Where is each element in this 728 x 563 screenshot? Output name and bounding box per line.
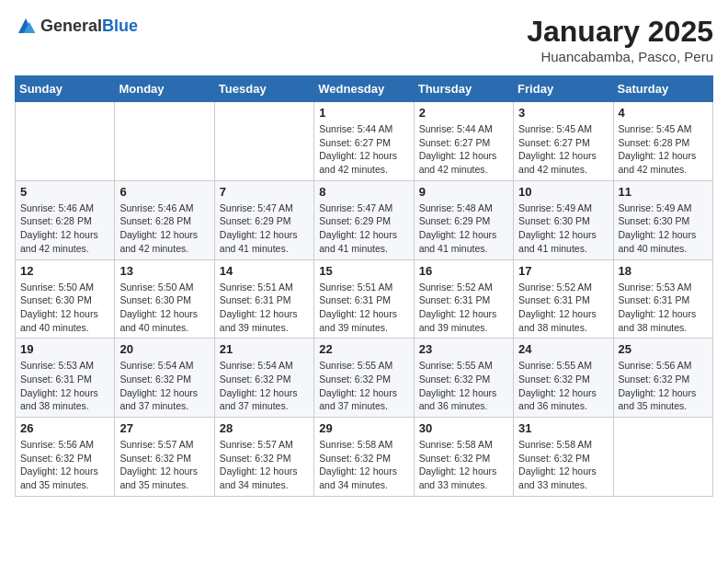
calendar-cell: 31Sunrise: 5:58 AMSunset: 6:32 PMDayligh… xyxy=(514,418,613,497)
day-info: Sunrise: 5:52 AMSunset: 6:31 PMDaylight:… xyxy=(419,281,508,335)
day-info: Sunrise: 5:53 AMSunset: 6:31 PMDaylight:… xyxy=(619,281,708,335)
calendar-subtitle: Huancabamba, Pasco, Peru xyxy=(527,49,713,64)
calendar-cell: 3Sunrise: 5:45 AMSunset: 6:27 PMDaylight… xyxy=(514,102,613,181)
logo-blue: Blue xyxy=(102,17,138,35)
day-number: 31 xyxy=(518,421,608,435)
day-number: 23 xyxy=(419,342,508,356)
calendar-cell: 27Sunrise: 5:57 AMSunset: 6:32 PMDayligh… xyxy=(115,418,214,497)
day-number: 12 xyxy=(20,264,109,278)
day-info: Sunrise: 5:58 AMSunset: 6:32 PMDaylight:… xyxy=(518,438,608,492)
calendar-week-row: 5Sunrise: 5:46 AMSunset: 6:28 PMDaylight… xyxy=(16,180,713,259)
day-number: 26 xyxy=(20,421,109,435)
calendar-cell: 29Sunrise: 5:58 AMSunset: 6:32 PMDayligh… xyxy=(314,418,414,497)
day-number: 9 xyxy=(419,185,508,199)
calendar-cell xyxy=(613,418,712,497)
calendar-cell: 21Sunrise: 5:54 AMSunset: 6:32 PMDayligh… xyxy=(214,339,313,418)
day-number: 27 xyxy=(119,421,209,435)
day-number: 15 xyxy=(319,264,408,278)
calendar-cell: 22Sunrise: 5:55 AMSunset: 6:32 PMDayligh… xyxy=(314,339,414,418)
calendar-cell xyxy=(115,102,214,181)
calendar-cell: 13Sunrise: 5:50 AMSunset: 6:30 PMDayligh… xyxy=(115,259,214,339)
day-info: Sunrise: 5:57 AMSunset: 6:32 PMDaylight:… xyxy=(220,438,309,492)
calendar-cell: 16Sunrise: 5:52 AMSunset: 6:31 PMDayligh… xyxy=(414,259,513,339)
day-info: Sunrise: 5:50 AMSunset: 6:30 PMDaylight:… xyxy=(119,281,209,335)
weekday-header: Tuesday xyxy=(214,76,313,102)
logo-general: General xyxy=(40,17,102,35)
calendar-cell: 10Sunrise: 5:49 AMSunset: 6:30 PMDayligh… xyxy=(514,180,613,259)
calendar-week-row: 26Sunrise: 5:56 AMSunset: 6:32 PMDayligh… xyxy=(16,418,713,497)
logo: GeneralBlue xyxy=(15,15,138,37)
day-info: Sunrise: 5:46 AMSunset: 6:28 PMDaylight:… xyxy=(20,201,109,256)
calendar-cell: 18Sunrise: 5:53 AMSunset: 6:31 PMDayligh… xyxy=(613,259,712,339)
day-info: Sunrise: 5:57 AMSunset: 6:32 PMDaylight:… xyxy=(119,438,209,492)
calendar-cell: 17Sunrise: 5:52 AMSunset: 6:31 PMDayligh… xyxy=(514,259,613,339)
day-number: 19 xyxy=(20,342,109,356)
day-info: Sunrise: 5:54 AMSunset: 6:32 PMDaylight:… xyxy=(220,359,309,413)
day-info: Sunrise: 5:45 AMSunset: 6:28 PMDaylight:… xyxy=(619,122,708,177)
day-info: Sunrise: 5:58 AMSunset: 6:32 PMDaylight:… xyxy=(319,438,408,492)
day-info: Sunrise: 5:52 AMSunset: 6:31 PMDaylight:… xyxy=(518,281,608,335)
day-number: 10 xyxy=(518,185,608,199)
day-number: 1 xyxy=(319,106,408,120)
day-info: Sunrise: 5:44 AMSunset: 6:27 PMDaylight:… xyxy=(319,122,408,177)
weekday-header: Friday xyxy=(514,76,613,102)
weekday-header: Saturday xyxy=(613,76,712,102)
day-number: 2 xyxy=(419,106,508,120)
day-number: 25 xyxy=(619,342,708,356)
day-number: 13 xyxy=(119,264,209,278)
day-number: 6 xyxy=(119,185,209,199)
weekday-header: Monday xyxy=(115,76,214,102)
calendar-cell: 4Sunrise: 5:45 AMSunset: 6:28 PMDaylight… xyxy=(613,102,712,181)
logo-icon xyxy=(15,15,37,37)
day-number: 8 xyxy=(319,185,408,199)
calendar-cell: 11Sunrise: 5:49 AMSunset: 6:30 PMDayligh… xyxy=(613,180,712,259)
calendar-cell xyxy=(16,102,115,181)
day-info: Sunrise: 5:53 AMSunset: 6:31 PMDaylight:… xyxy=(20,359,109,413)
calendar-cell: 28Sunrise: 5:57 AMSunset: 6:32 PMDayligh… xyxy=(214,418,313,497)
calendar-cell: 23Sunrise: 5:55 AMSunset: 6:32 PMDayligh… xyxy=(414,339,513,418)
day-info: Sunrise: 5:47 AMSunset: 6:29 PMDaylight:… xyxy=(220,201,309,256)
day-info: Sunrise: 5:51 AMSunset: 6:31 PMDaylight:… xyxy=(220,281,309,335)
day-info: Sunrise: 5:45 AMSunset: 6:27 PMDaylight:… xyxy=(518,122,608,177)
day-number: 30 xyxy=(419,421,508,435)
calendar-cell: 24Sunrise: 5:55 AMSunset: 6:32 PMDayligh… xyxy=(514,339,613,418)
calendar-cell: 5Sunrise: 5:46 AMSunset: 6:28 PMDaylight… xyxy=(16,180,115,259)
day-number: 5 xyxy=(20,185,109,199)
day-number: 20 xyxy=(119,342,209,356)
calendar-cell: 8Sunrise: 5:47 AMSunset: 6:29 PMDaylight… xyxy=(314,180,414,259)
calendar-cell: 7Sunrise: 5:47 AMSunset: 6:29 PMDaylight… xyxy=(214,180,313,259)
day-info: Sunrise: 5:56 AMSunset: 6:32 PMDaylight:… xyxy=(619,359,708,413)
day-number: 3 xyxy=(518,106,608,120)
day-info: Sunrise: 5:58 AMSunset: 6:32 PMDaylight:… xyxy=(419,438,508,492)
day-info: Sunrise: 5:55 AMSunset: 6:32 PMDaylight:… xyxy=(319,359,408,413)
day-number: 22 xyxy=(319,342,408,356)
calendar-cell: 30Sunrise: 5:58 AMSunset: 6:32 PMDayligh… xyxy=(414,418,513,497)
calendar-table: SundayMondayTuesdayWednesdayThursdayFrid… xyxy=(15,75,713,497)
day-number: 4 xyxy=(619,106,708,120)
calendar-cell: 25Sunrise: 5:56 AMSunset: 6:32 PMDayligh… xyxy=(613,339,712,418)
day-info: Sunrise: 5:47 AMSunset: 6:29 PMDaylight:… xyxy=(319,201,408,256)
day-info: Sunrise: 5:55 AMSunset: 6:32 PMDaylight:… xyxy=(419,359,508,413)
day-info: Sunrise: 5:56 AMSunset: 6:32 PMDaylight:… xyxy=(20,438,109,492)
day-number: 18 xyxy=(619,264,708,278)
day-number: 7 xyxy=(220,185,309,199)
calendar-cell: 9Sunrise: 5:48 AMSunset: 6:29 PMDaylight… xyxy=(414,180,513,259)
day-info: Sunrise: 5:44 AMSunset: 6:27 PMDaylight:… xyxy=(419,122,508,177)
day-number: 29 xyxy=(319,421,408,435)
title-area: January 2025 Huancabamba, Pasco, Peru xyxy=(527,15,713,64)
calendar-cell: 15Sunrise: 5:51 AMSunset: 6:31 PMDayligh… xyxy=(314,259,414,339)
day-info: Sunrise: 5:46 AMSunset: 6:28 PMDaylight:… xyxy=(119,201,209,256)
calendar-week-row: 1Sunrise: 5:44 AMSunset: 6:27 PMDaylight… xyxy=(16,102,713,181)
day-info: Sunrise: 5:55 AMSunset: 6:32 PMDaylight:… xyxy=(518,359,608,413)
day-number: 28 xyxy=(220,421,309,435)
calendar-cell: 26Sunrise: 5:56 AMSunset: 6:32 PMDayligh… xyxy=(16,418,115,497)
weekday-header-row: SundayMondayTuesdayWednesdayThursdayFrid… xyxy=(16,76,713,102)
header: GeneralBlue January 2025 Huancabamba, Pa… xyxy=(15,15,713,64)
day-number: 11 xyxy=(619,185,708,199)
calendar-cell: 12Sunrise: 5:50 AMSunset: 6:30 PMDayligh… xyxy=(16,259,115,339)
day-number: 24 xyxy=(518,342,608,356)
day-info: Sunrise: 5:49 AMSunset: 6:30 PMDaylight:… xyxy=(518,201,608,256)
calendar-week-row: 19Sunrise: 5:53 AMSunset: 6:31 PMDayligh… xyxy=(16,339,713,418)
day-number: 17 xyxy=(518,264,608,278)
day-info: Sunrise: 5:51 AMSunset: 6:31 PMDaylight:… xyxy=(319,281,408,335)
